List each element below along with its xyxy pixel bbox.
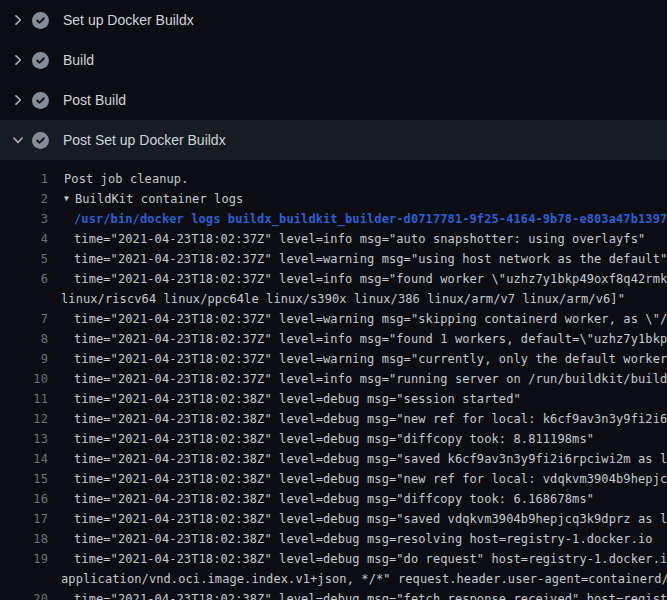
log-text: time="2021-04-23T18:02:38Z" level=debug … [74,549,667,569]
log-text: time="2021-04-23T18:02:38Z" level=debug … [74,389,521,409]
line-number[interactable]: 6 [0,269,48,289]
chevron-right-icon [10,52,26,68]
log-line: linux/riscv64 linux/ppc64le linux/s390x … [0,289,667,309]
line-number[interactable]: 14 [0,449,48,469]
log-line: 5time="2021-04-23T18:02:37Z" level=warni… [0,249,667,269]
chevron-right-icon [10,92,26,108]
step-list: Set up Docker BuildxBuildPost BuildPost … [0,0,667,160]
log-line: 15time="2021-04-23T18:02:38Z" level=debu… [0,469,667,489]
log-line: 12time="2021-04-23T18:02:38Z" level=debu… [0,409,667,429]
triangle-down-icon: ▼ [64,189,69,209]
chevron-down-icon [10,132,26,148]
log-text: time="2021-04-23T18:02:38Z" level=debug … [74,489,594,509]
log-text: time="2021-04-23T18:02:38Z" level=debug … [74,509,667,529]
line-number[interactable]: 11 [0,389,48,409]
log-text: time="2021-04-23T18:02:38Z" level=debug … [74,529,653,549]
line-number[interactable]: 3 [0,209,48,229]
check-circle-icon [32,52,49,69]
check-circle-icon [32,12,49,29]
chevron-right-icon [10,12,26,28]
line-number[interactable]: 19 [0,549,48,569]
line-number[interactable]: 5 [0,249,48,269]
log-text: Post job cleanup. [64,169,189,189]
log-line: application/vnd.oci.image.index.v1+json,… [0,569,667,589]
log-text: linux/riscv64 linux/ppc64le linux/s390x … [61,289,625,309]
log-text: time="2021-04-23T18:02:37Z" level=info m… [74,229,645,249]
log-line: 10time="2021-04-23T18:02:37Z" level=info… [0,369,667,389]
line-number[interactable]: 18 [0,529,48,549]
line-number[interactable]: 1 [0,169,48,189]
line-number[interactable]: 12 [0,409,48,429]
line-number[interactable]: 2 [0,189,48,209]
step-label: Build [63,52,94,68]
log-line: 17time="2021-04-23T18:02:38Z" level=debu… [0,509,667,529]
log-group-title: BuildKit container logs [75,189,243,209]
log-text: time="2021-04-23T18:02:37Z" level=info m… [74,269,667,289]
line-number[interactable]: 15 [0,469,48,489]
log-line: 11time="2021-04-23T18:02:38Z" level=debu… [0,389,667,409]
log-line: 4time="2021-04-23T18:02:37Z" level=info … [0,229,667,249]
log-text: time="2021-04-23T18:02:38Z" level=debug … [74,449,667,469]
log-line: 14time="2021-04-23T18:02:38Z" level=debu… [0,449,667,469]
command-text: /usr/bin/docker logs buildx_buildkit_bui… [74,209,667,229]
line-number[interactable]: 16 [0,489,48,509]
check-circle-icon [32,132,49,149]
log-text: time="2021-04-23T18:02:38Z" level=debug … [74,409,667,429]
line-number[interactable]: 10 [0,369,48,389]
log-text: time="2021-04-23T18:02:38Z" level=debug … [74,589,667,600]
step-row[interactable]: Post Set up Docker Buildx [0,120,667,160]
line-number[interactable]: 13 [0,429,48,449]
line-number[interactable]: 4 [0,229,48,249]
log-text: time="2021-04-23T18:02:37Z" level=warnin… [74,309,667,329]
log-group-header-line: 2▼BuildKit container logs [0,189,667,209]
log-group-toggle[interactable]: ▼BuildKit container logs [64,189,243,209]
log-line: 9time="2021-04-23T18:02:37Z" level=warni… [0,349,667,369]
log-line: 13time="2021-04-23T18:02:38Z" level=debu… [0,429,667,449]
log-line: 19time="2021-04-23T18:02:38Z" level=debu… [0,549,667,569]
log-line: 6time="2021-04-23T18:02:37Z" level=info … [0,269,667,289]
log-text: application/vnd.oci.image.index.v1+json,… [61,569,667,589]
line-number[interactable]: 8 [0,329,48,349]
log-text: time="2021-04-23T18:02:37Z" level=warnin… [74,349,667,369]
step-label: Post Build [63,92,126,108]
log-line: 8time="2021-04-23T18:02:37Z" level=info … [0,329,667,349]
log-line: 18time="2021-04-23T18:02:38Z" level=debu… [0,529,667,549]
log-text: time="2021-04-23T18:02:37Z" level=info m… [74,329,667,349]
step-row[interactable]: Set up Docker Buildx [0,0,667,40]
log-line: 16time="2021-04-23T18:02:38Z" level=debu… [0,489,667,509]
line-number[interactable]: 9 [0,349,48,369]
step-row[interactable]: Post Build [0,80,667,120]
log-text: time="2021-04-23T18:02:37Z" level=info m… [74,369,667,389]
log-line: 1Post job cleanup. [0,169,667,189]
step-label: Set up Docker Buildx [63,12,194,28]
actions-log-panel: Set up Docker BuildxBuildPost BuildPost … [0,0,667,600]
step-row[interactable]: Build [0,40,667,80]
check-circle-icon [32,92,49,109]
line-number[interactable]: 17 [0,509,48,529]
log-line: 20time="2021-04-23T18:02:38Z" level=debu… [0,589,667,600]
log-line: 7time="2021-04-23T18:02:37Z" level=warni… [0,309,667,329]
line-number[interactable]: 20 [0,589,48,600]
log-line: 3/usr/bin/docker logs buildx_buildkit_bu… [0,209,667,229]
log-text: time="2021-04-23T18:02:38Z" level=debug … [74,429,594,449]
log-text: time="2021-04-23T18:02:38Z" level=debug … [74,469,667,489]
log-text: time="2021-04-23T18:02:37Z" level=warnin… [74,249,667,269]
log-output: 1Post job cleanup.2▼BuildKit container l… [0,160,667,600]
line-number[interactable]: 7 [0,309,48,329]
step-label: Post Set up Docker Buildx [63,132,226,148]
